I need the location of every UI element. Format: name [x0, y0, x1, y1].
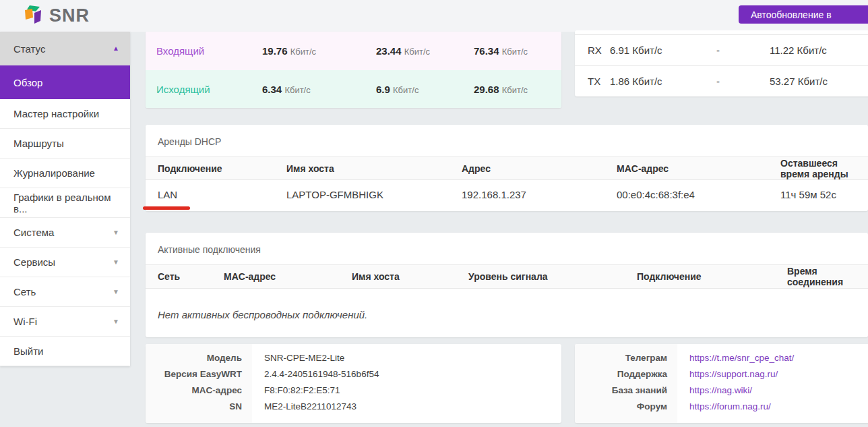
sidebar-item-network[interactable]: Сеть ▼ — [0, 277, 130, 307]
rxtx-panel: RX 6.91 Кбит/с - 11.22 Кбит/с TX 1.86 Кб… — [575, 30, 868, 96]
traffic-label-incoming: Входящий — [156, 45, 262, 57]
sidebar: Статус ▲ Обзор Мастер настройки Маршруты… — [0, 32, 130, 366]
rxtx-row-rx: RX 6.91 Кбит/с - 11.22 Кбит/с — [575, 35, 868, 65]
active-connections-header: Сеть MAC-адрес Имя хоста Уровень сигнала… — [146, 264, 868, 289]
sidebar-item-label: Мастер настройки — [13, 108, 99, 119]
device-info-labels: Модель Версия EasyWRT MAC-адрес SN — [146, 344, 252, 423]
sidebar-item-status[interactable]: Статус ▲ — [0, 32, 130, 65]
dhcp-header-hostname: Имя хоста — [286, 163, 462, 174]
device-info-panel: Модель Версия EasyWRT MAC-адрес SN SNR-C… — [146, 344, 561, 423]
act-header-mac: MAC-адрес — [224, 271, 352, 282]
tx-label: TX — [588, 76, 610, 87]
traffic-value: 6.9 Кбит/с — [376, 84, 474, 95]
traffic-value: 19.76 Кбит/с — [262, 45, 376, 57]
active-connections-panel: Активные подключения Сеть MAC-адрес Имя … — [146, 233, 868, 337]
snr-logo-icon — [24, 5, 44, 26]
sidebar-item-logging[interactable]: Журналирование — [0, 159, 130, 188]
rxtx-panel-top-divider — [575, 30, 868, 35]
tx-value-current: 1.86 Кбит/с — [610, 76, 716, 87]
traffic-value: 29.68 Кбит/с — [474, 84, 561, 95]
knowledge-base-link[interactable]: https://nag.wiki/ — [689, 382, 868, 399]
sidebar-item-label: Выйти — [13, 345, 43, 357]
device-info-value-firmware: 2.4.4-2405161948-516b6f54 — [264, 366, 561, 382]
active-connections-empty-message: Нет активных беспроводных подключений. — [146, 289, 868, 320]
sidebar-item-realtime-graphs[interactable]: Графики в реальном в... — [0, 188, 130, 218]
dhcp-cell-connection: LAN — [158, 189, 286, 200]
forum-link[interactable]: https://forum.nag.ru/ — [689, 399, 868, 415]
chevron-down-icon: ▼ — [113, 229, 119, 236]
sidebar-item-services[interactable]: Сервисы ▼ — [0, 248, 130, 277]
red-underline-annotation — [143, 206, 190, 210]
dhcp-leases-panel: Аренды DHCP Подключение Имя хоста Адрес … — [146, 125, 868, 211]
support-links-labels: Телеграм Поддержка База знаний Форум — [575, 344, 677, 423]
chevron-up-icon: ▲ — [113, 45, 119, 52]
support-links-values: https://t.me/snr_cpe_chat/ https://suppo… — [677, 344, 868, 423]
device-info-label-firmware: Версия EasyWRT — [146, 366, 242, 382]
link-label-telegram: Телеграм — [575, 350, 667, 366]
device-info-label-mac: MAC-адрес — [146, 382, 242, 399]
rx-value-current: 6.91 Кбит/с — [610, 45, 716, 56]
traffic-value: 6.34 Кбит/с — [262, 84, 376, 95]
autoupdate-button[interactable]: Автообновление в — [739, 5, 868, 24]
sidebar-item-wifi[interactable]: Wi-Fi ▼ — [0, 307, 130, 337]
dhcp-header-address: Адрес — [462, 163, 617, 174]
traffic-label-outgoing: Исходящий — [156, 84, 262, 95]
dhcp-cell-hostname: LAPTOP-GFMBHIGK — [286, 189, 462, 200]
link-label-support: Поддержка — [575, 366, 667, 382]
device-info-value-sn: ME2-LiteB2211012743 — [264, 399, 561, 415]
act-header-signal: Уровень сигнала — [468, 271, 637, 282]
sidebar-item-label: Маршруты — [13, 138, 64, 149]
dhcp-cell-mac: 00:e0:4c:68:3f:e4 — [617, 189, 780, 200]
dhcp-table-row: LAN LAPTOP-GFMBHIGK 192.168.1.237 00:e0:… — [146, 180, 868, 208]
sidebar-item-overview[interactable]: Обзор — [0, 65, 130, 99]
act-header-network: Сеть — [158, 271, 224, 282]
sidebar-item-label: Система — [13, 227, 54, 238]
sidebar-item-label: Wi-Fi — [13, 316, 37, 327]
logo-text: SNR — [49, 5, 90, 26]
rx-label: RX — [588, 45, 610, 56]
snr-logo: SNR — [24, 5, 90, 26]
chevron-down-icon: ▼ — [113, 318, 119, 325]
telegram-link[interactable]: https://t.me/snr_cpe_chat/ — [689, 350, 868, 366]
dhcp-panel-title: Аренды DHCP — [146, 125, 868, 156]
act-header-connection: Подключение — [637, 271, 787, 282]
dhcp-cell-lease-time: 11ч 59м 52с — [780, 189, 868, 200]
sidebar-item-label: Сервисы — [13, 256, 55, 268]
active-connections-title: Активные подключения — [146, 233, 868, 264]
traffic-row-outgoing: Исходящий 6.34 Кбит/с 6.9 Кбит/с 29.68 К… — [146, 70, 561, 108]
rx-value-peak: 11.22 Кбит/с — [770, 45, 868, 56]
traffic-summary-panel: Входящий 19.76 Кбит/с 23.44 Кбит/с 76.34… — [146, 32, 561, 108]
device-info-value-model: SNR-CPE-ME2-Lite — [264, 350, 561, 366]
dhcp-header-lease-time: Оставшееся время аренды — [780, 158, 868, 179]
link-label-forum: Форум — [575, 399, 667, 415]
easywrt-overview-page: SNR Автообновление в Статус ▲ Обзор Маст… — [0, 0, 868, 427]
sidebar-item-label: Обзор — [13, 77, 42, 88]
chevron-down-icon: ▼ — [113, 289, 119, 295]
sidebar-item-label: Журналирование — [13, 167, 95, 179]
dhcp-header-mac: MAC-адрес — [617, 163, 780, 174]
traffic-value: 76.34 Кбит/с — [474, 45, 561, 57]
link-label-knowledge-base: База знаний — [575, 382, 667, 399]
sidebar-item-wizard[interactable]: Мастер настройки — [0, 99, 130, 129]
top-bar: SNR Автообновление в — [0, 0, 868, 32]
support-link[interactable]: https://support.nag.ru/ — [689, 366, 868, 382]
device-info-label-sn: SN — [146, 399, 242, 415]
chevron-down-icon: ▼ — [113, 259, 119, 266]
act-header-hostname: Имя хоста — [352, 271, 468, 282]
device-info-label-model: Модель — [146, 350, 242, 366]
sidebar-item-label: Статус — [13, 43, 45, 55]
dhcp-table-header: Подключение Имя хоста Адрес MAC-адрес Ос… — [146, 156, 868, 180]
device-info-value-mac: F8:F0:82:F2:E5:71 — [264, 382, 561, 399]
tx-value-middle: - — [716, 76, 770, 87]
traffic-row-incoming: Входящий 19.76 Кбит/с 23.44 Кбит/с 76.34… — [146, 32, 561, 70]
dhcp-header-connection: Подключение — [158, 163, 286, 174]
sidebar-item-system[interactable]: Система ▼ — [0, 218, 130, 248]
rx-value-middle: - — [716, 45, 770, 56]
sidebar-item-label: Сеть — [13, 286, 36, 297]
tx-value-peak: 53.27 Кбит/с — [770, 76, 868, 87]
support-links-panel: Телеграм Поддержка База знаний Форум htt… — [575, 344, 868, 423]
act-header-uptime: Время соединения — [787, 266, 868, 287]
rxtx-row-tx: TX 1.86 Кбит/с - 53.27 Кбит/с — [575, 65, 868, 96]
sidebar-item-routes[interactable]: Маршруты — [0, 129, 130, 159]
sidebar-item-logout[interactable]: Выйти — [0, 337, 130, 366]
